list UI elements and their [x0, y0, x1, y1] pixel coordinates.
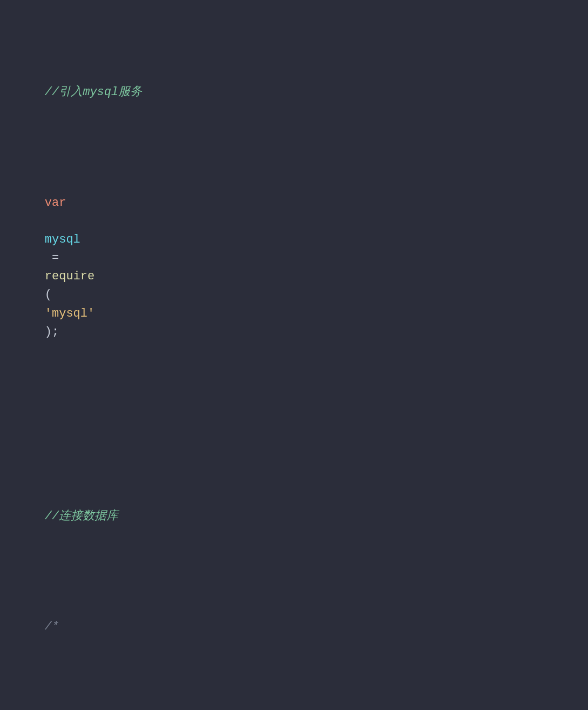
mysql-varname: mysql: [45, 233, 80, 246]
comment2: //连接数据库: [45, 510, 118, 523]
block-comment-start: /*: [45, 620, 59, 633]
line-block-start: /*: [16, 599, 572, 654]
comment1: //引入mysql服务: [45, 85, 142, 99]
blank-line1: [16, 415, 572, 433]
line-comment2: //连接数据库: [16, 488, 572, 544]
line-require: var mysql = require ( 'mysql' );: [16, 176, 572, 360]
line-comment1: //引入mysql服务: [16, 65, 572, 120]
mysql-string: 'mysql': [45, 307, 94, 320]
var-keyword: var: [45, 196, 66, 210]
require-func: require: [45, 270, 94, 283]
code-container: //引入mysql服务 var mysql = require ( 'mysql…: [16, 10, 572, 710]
